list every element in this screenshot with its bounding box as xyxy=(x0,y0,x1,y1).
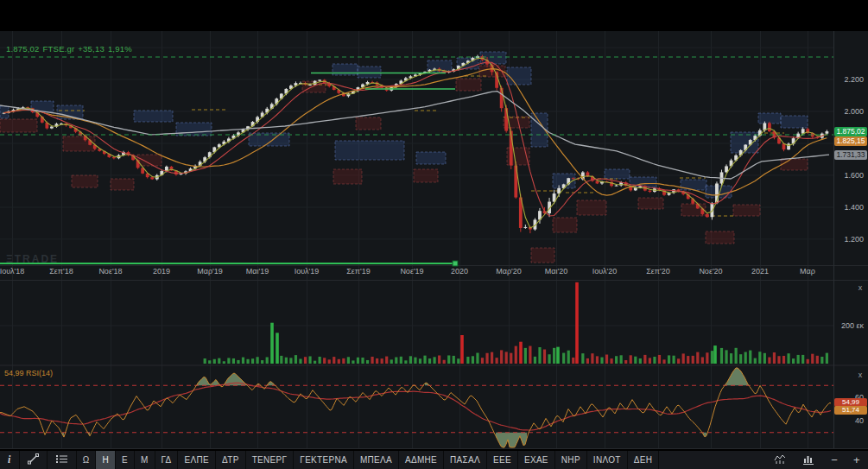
tab-Η[interactable]: Η xyxy=(96,451,116,469)
date-tick-label[interactable]: Μαι'20 xyxy=(532,267,580,276)
price-label-last-price: 1.875,02 xyxy=(834,127,867,136)
tab-ΕΕΕ[interactable]: ΕΕΕ xyxy=(487,451,518,469)
date-tick-label[interactable]: Ιουλ'18 xyxy=(0,267,36,276)
volume-panel-close-button[interactable]: x xyxy=(856,283,865,292)
date-tick-label[interactable]: Ιουλ'19 xyxy=(282,267,331,276)
tab-ΕΧΑΕ[interactable]: ΕΧΑΕ xyxy=(518,451,555,469)
date-tick-label[interactable]: Σεπ'19 xyxy=(334,267,383,276)
date-tick-label[interactable]: 2020 xyxy=(435,267,484,276)
tab-ΔΕΗ[interactable]: ΔΕΗ xyxy=(628,451,659,469)
tab-ΜΠΕΛΑ[interactable]: ΜΠΕΛΑ xyxy=(354,451,399,469)
date-tick-label[interactable]: Μαρ'20 xyxy=(485,267,533,276)
zoom-out-button[interactable]: − xyxy=(823,451,846,469)
tab-ΠΑΣΑΛ[interactable]: ΠΑΣΑΛ xyxy=(444,451,487,469)
volume-axis-label: 200 εκ xyxy=(832,321,864,330)
date-tick-label[interactable]: Ιουλ'20 xyxy=(580,267,629,276)
volume-histogram-icon xyxy=(802,453,815,467)
zoom-in-button[interactable]: + xyxy=(846,451,868,469)
price-tick-label: 1.200 xyxy=(832,235,864,244)
watchlist-button[interactable] xyxy=(48,451,77,469)
tab-Μ[interactable]: Μ xyxy=(135,451,155,469)
tab-ΝΗΡ[interactable]: ΝΗΡ xyxy=(555,451,587,469)
candlestick-chart-icon xyxy=(774,453,787,467)
tab-Ω[interactable]: Ω xyxy=(77,451,97,469)
candlestick-chart-button[interactable] xyxy=(766,451,795,469)
symbol-legend: 1.875,02FTSE.gr+35,131,91% xyxy=(6,44,136,54)
date-tick-label[interactable]: Νοε'19 xyxy=(388,267,436,276)
date-tick-label[interactable]: Νοε'18 xyxy=(86,267,135,276)
date-tick-label[interactable]: Μαρ'19 xyxy=(186,267,234,276)
date-tick-label[interactable]: Σεπ'18 xyxy=(37,267,86,276)
tab-ΔΤΡ[interactable]: ΔΤΡ xyxy=(216,451,246,469)
rsi-panel-close-button[interactable]: x xyxy=(856,371,865,379)
tab-ΕΛΠΕ[interactable]: ΕΛΠΕ xyxy=(178,451,215,469)
volume-histogram-button[interactable] xyxy=(795,451,823,469)
legend-change: +35,13 xyxy=(78,44,105,54)
platform-watermark: ΞTRADE xyxy=(6,253,59,265)
chart-canvas[interactable] xyxy=(0,0,868,450)
price-tick-label: 2.000 xyxy=(832,107,864,116)
tab-ΑΔΜΗΕ[interactable]: ΑΔΜΗΕ xyxy=(399,451,444,469)
watchlist-icon xyxy=(55,453,68,466)
info-button[interactable]: i xyxy=(0,451,20,469)
panel-backgrounds xyxy=(0,31,868,448)
tab-ΙΝΛΟΤ[interactable]: ΙΝΛΟΤ xyxy=(587,451,628,469)
price-tick-label: 2.200 xyxy=(832,75,864,84)
tab-ΤΕΝΕΡΓ[interactable]: ΤΕΝΕΡΓ xyxy=(246,451,295,469)
bottom-toolbar: iΩΗΕΜΓΔΕΛΠΕΔΤΡΤΕΝΕΡΓΓΕΚΤΕΡΝΑΜΠΕΛΑΑΔΜΗΕΠΑ… xyxy=(0,450,868,469)
price-label-ma-orange: 1.825,15 xyxy=(834,136,867,146)
trading-terminal: 1.875,02FTSE.gr+35,131,91% ΞTRADE 54,99 … xyxy=(0,0,868,469)
tab-ΓΔ[interactable]: ΓΔ xyxy=(155,451,179,469)
rsi-value-label: 51,74 xyxy=(834,406,867,415)
trendline-draw-icon xyxy=(28,453,39,466)
rsi-value: 54,99 xyxy=(4,369,24,377)
legend-last-price: 1.875,02 xyxy=(6,44,40,54)
date-tick-label[interactable]: Μαρ xyxy=(783,267,832,276)
date-tick-label[interactable]: Σεπ'20 xyxy=(634,267,682,276)
date-tick-label[interactable]: Νοε'20 xyxy=(687,267,735,276)
toolbar-spacer xyxy=(659,451,766,469)
tab-ΓΕΚΤΕΡΝΑ[interactable]: ΓΕΚΤΕΡΝΑ xyxy=(294,451,354,469)
tab-Ε[interactable]: Ε xyxy=(116,451,135,469)
rsi-name: RSI(14) xyxy=(26,369,53,377)
legend-symbol: FTSE.gr xyxy=(43,44,75,54)
price-tick-label: 1.400 xyxy=(832,203,864,212)
price-label-ma-gray: 1.731,33 xyxy=(834,150,867,160)
legend-change-pct: 1,91% xyxy=(108,44,132,54)
date-tick-label[interactable]: 2019 xyxy=(137,267,186,276)
chart-area: 1.875,02FTSE.gr+35,131,91% ΞTRADE 54,99 … xyxy=(0,0,868,450)
rsi-legend: 54,99 RSI(14) xyxy=(4,369,53,377)
rsi-tick-label: 40 xyxy=(832,416,864,425)
date-tick-label[interactable]: 2021 xyxy=(736,267,784,276)
price-tick-label: 1.600 xyxy=(832,171,864,180)
trendline-draw-button[interactable] xyxy=(20,451,48,469)
date-tick-label[interactable]: Μαι'19 xyxy=(233,267,282,276)
